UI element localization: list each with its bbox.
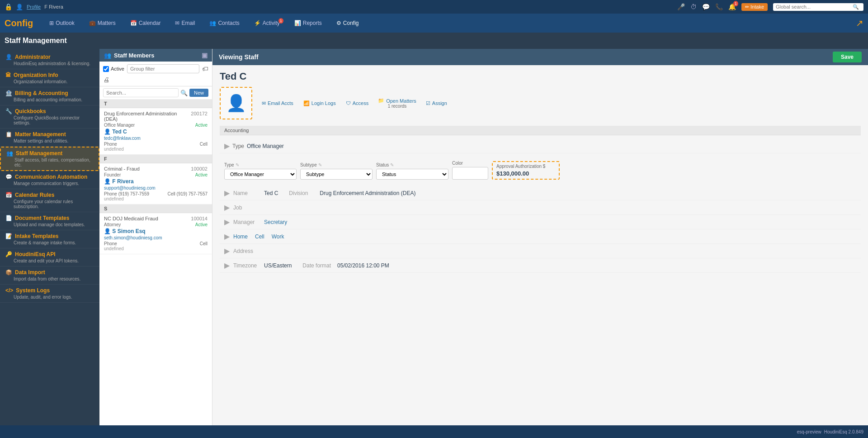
- avatar[interactable]: 👤: [220, 87, 252, 119]
- manager-row-bullet[interactable]: ▶: [224, 218, 230, 226]
- sidebar-item-system-logs[interactable]: </> System Logs Update, audit, and error…: [0, 285, 99, 303]
- sidebar-item-administrator[interactable]: 👤 Administrator HoudiniEsq administratio…: [0, 51, 99, 69]
- nav-item-calendar[interactable]: 📅 Calendar: [127, 18, 164, 28]
- communication-icon: 💬: [5, 174, 12, 180]
- job-row-bullet[interactable]: ▶: [224, 203, 230, 212]
- chat-icon[interactable]: 💬: [702, 3, 710, 10]
- name-row-bullet[interactable]: ▶: [224, 189, 230, 197]
- nav-item-config[interactable]: ⚙ Config: [334, 18, 362, 28]
- sidebar-item-title-communication-automation: 💬 Communication Automation: [5, 174, 94, 180]
- staff-detail: Ted C 👤 ✉ Email Accts 📶 Login Logs 🛡 Acc…: [212, 65, 868, 278]
- manager-row-value[interactable]: Secretary: [264, 219, 287, 225]
- sidebar-item-quickbooks[interactable]: 🔧 Quickbooks Configure QuickBooks connec…: [0, 105, 99, 129]
- sidebar-item-matter-management[interactable]: 📋 Matter Management Matter settings and …: [0, 129, 99, 147]
- name-row-value: Ted C: [264, 190, 278, 196]
- staff-phone-undefined: undefined: [104, 196, 208, 201]
- edit-type-icon[interactable]: ✎: [236, 162, 239, 167]
- approval-value: $130,000.00: [496, 170, 555, 177]
- nav-item-email[interactable]: ✉ Email: [172, 18, 198, 28]
- edit-status-icon[interactable]: ✎: [390, 162, 394, 167]
- nav-item-matters[interactable]: 💼 Matters: [86, 18, 118, 28]
- name-row-label: Name: [233, 190, 260, 196]
- login-logs-button[interactable]: 📶 Login Logs: [299, 98, 340, 109]
- save-button[interactable]: Save: [833, 52, 862, 62]
- list-item[interactable]: Criminal - Fraud 100002 Founder Active 👤…: [99, 163, 212, 205]
- subtype-select[interactable]: Subtype: [300, 169, 373, 180]
- sidebar-item-communication-automation[interactable]: 💬 Communication Automation Manage commun…: [0, 171, 99, 189]
- mic-icon[interactable]: 🎤: [677, 3, 685, 10]
- new-button[interactable]: New: [189, 89, 208, 97]
- active-filter-checkbox[interactable]: Active: [103, 66, 124, 72]
- sidebar-item-houdinieq-api[interactable]: 🔑 HoudiniEsq API Create and edit your AP…: [0, 248, 99, 267]
- sidebar-item-title-houdinieq-api: 🔑 HoudiniEsq API: [5, 251, 94, 257]
- color-input[interactable]: [452, 167, 488, 180]
- search-input[interactable]: [103, 88, 179, 97]
- edit-subtype-icon[interactable]: ✎: [318, 162, 322, 167]
- sidebar-item-intake-templates[interactable]: 📝 Intake Templates Create & manage intak…: [0, 230, 99, 248]
- approval-authorization-box[interactable]: Approval Authorization $ $130,000.00: [492, 161, 560, 180]
- nav-item-activity[interactable]: ⚡ Activity 1: [251, 18, 283, 28]
- timezone-row-label: Timezone: [233, 262, 260, 269]
- sidebar-item-title-billing-accounting: 🏦 Billing & Accounting: [5, 90, 94, 96]
- search-icon[interactable]: 🔍: [180, 90, 188, 96]
- document-icon: 📄: [5, 215, 12, 221]
- tag-icon[interactable]: 🏷: [202, 65, 208, 72]
- address-row-bullet[interactable]: ▶: [224, 247, 230, 255]
- status-select[interactable]: Status: [376, 169, 448, 180]
- staff-email[interactable]: seth.simon@houdiniesg.com: [104, 235, 208, 240]
- sidebar-item-organization-info[interactable]: 🏛 Organization Info Organizational infor…: [0, 69, 99, 87]
- staff-email[interactable]: support@houdiniesg.com: [104, 186, 208, 190]
- division-label: Division: [289, 190, 316, 196]
- list-item[interactable]: NC DOJ Medicaid Fraud 100014 Attorney Ac…: [99, 213, 212, 254]
- phone-label: Phone: [104, 142, 117, 147]
- phone-icon[interactable]: 📞: [715, 3, 723, 10]
- nav-item-reports[interactable]: 📊 Reports: [292, 18, 325, 28]
- manager-row-label: Manager: [233, 219, 260, 225]
- staff-role: Attorney: [104, 222, 121, 227]
- staff-email[interactable]: tedc@finklaw.com: [104, 136, 208, 141]
- search-icon: 🔍: [853, 4, 859, 10]
- profile-link[interactable]: Profile: [27, 4, 41, 10]
- nav-item-outlook[interactable]: ⊞ Outlook: [47, 18, 77, 28]
- sidebar-item-calendar-rules[interactable]: 📅 Calendar Rules Configure your calendar…: [0, 189, 99, 212]
- open-matters-count: 1 records: [388, 104, 407, 109]
- sidebar-item-desc-administrator: HoudiniEsq administration & licensing.: [5, 61, 94, 66]
- sidebar-item-title-document-templates: 📄 Document Templates: [5, 215, 94, 221]
- contacts-icon: 👥: [209, 20, 216, 26]
- open-matters-button[interactable]: 📁 Open Matters 1 records: [374, 96, 420, 110]
- phone-work-link[interactable]: Work: [272, 233, 284, 240]
- global-search-box[interactable]: 🔍: [773, 3, 863, 11]
- email-accts-button[interactable]: ✉ Email Accts: [258, 98, 297, 109]
- info-row-name: ▶ Name Ted C Division Drug Enforcement A…: [220, 186, 861, 200]
- clock-icon[interactable]: ⏱: [690, 3, 697, 10]
- intake-button[interactable]: ✏ Intake: [741, 3, 768, 11]
- sidebar-item-desc-staff-management: Staff access, bill rates, compensation, …: [6, 157, 93, 167]
- system-logs-icon: </>: [5, 287, 13, 294]
- notifications-icon[interactable]: 🔔1: [728, 3, 736, 10]
- sidebar-item-document-templates[interactable]: 📄 Document Templates Upload and manage d…: [0, 212, 99, 230]
- type-row: ▶ Type Office Manager: [220, 139, 861, 153]
- sidebar-item-staff-management[interactable]: 👥 Staff Management Staff access, bill ra…: [0, 147, 99, 171]
- collapse-icon[interactable]: ▣: [202, 52, 208, 59]
- assign-button[interactable]: ☑ Assign: [422, 98, 451, 109]
- phone-cell-link[interactable]: Cell: [255, 233, 264, 240]
- list-group-header-s: S: [99, 205, 212, 213]
- nav-item-contacts[interactable]: 👥 Contacts: [207, 18, 242, 28]
- staff-name: 👤 F Rivera: [104, 178, 208, 185]
- second-nav: Config ⊞ Outlook 💼 Matters 📅 Calendar ✉ …: [0, 14, 868, 33]
- sidebar-item-data-import[interactable]: 📦 Data Import Import data from other res…: [0, 267, 99, 285]
- group-filter-input[interactable]: [127, 64, 199, 73]
- list-item[interactable]: Drug Enforcement Administration (DEA) 20…: [99, 108, 212, 155]
- print-icon[interactable]: 🖨: [103, 76, 109, 83]
- type-select[interactable]: Office Manager: [224, 169, 297, 180]
- active-checkbox-input[interactable]: [103, 66, 109, 72]
- access-button[interactable]: 🛡 Access: [342, 98, 373, 108]
- timezone-row-bullet[interactable]: ▶: [224, 261, 230, 270]
- phone-home-link[interactable]: Home: [233, 233, 248, 240]
- sidebar-item-desc-matter-management: Matter settings and utilities.: [5, 138, 94, 143]
- nav-label-matters: Matters: [98, 20, 116, 26]
- phone-row-bullet[interactable]: ▶: [224, 232, 230, 241]
- sidebar-item-billing-accounting[interactable]: 🏦 Billing & Accounting Billing and accou…: [0, 87, 99, 105]
- organization-icon: 🏛: [5, 72, 11, 78]
- global-search-input[interactable]: [776, 4, 853, 10]
